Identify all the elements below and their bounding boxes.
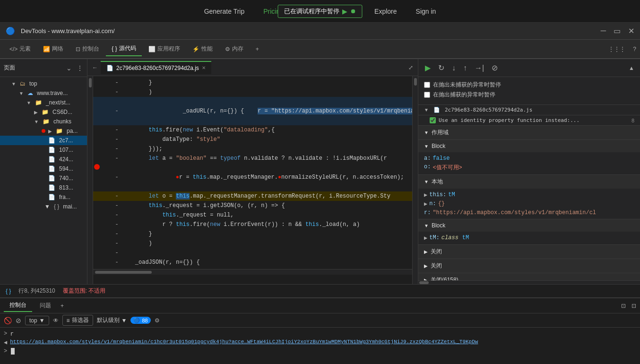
console-settings-btn[interactable]: ⚙ (155, 317, 160, 324)
deactivate-btn[interactable]: ⊘ (491, 62, 499, 73)
nav-signin[interactable]: Sign in (416, 8, 436, 15)
debug-row-tm: ▶ tM: class tM (424, 234, 634, 243)
step-into-btn[interactable]: ↓ (451, 63, 457, 73)
tree-item-chunks[interactable]: ▼ 📁 chunks (0, 117, 87, 126)
file-panel-title: 页面 (4, 64, 63, 72)
console-add-tab[interactable]: + (61, 303, 64, 309)
source-left-scrollbar[interactable] (87, 76, 93, 284)
caught-cb[interactable] (424, 92, 430, 98)
tree-item-pa[interactable]: ▶ 📁 pa... (0, 126, 87, 136)
devtools-help-btn[interactable]: ? (633, 46, 636, 52)
nav-explore[interactable]: Explore (374, 8, 397, 15)
source-tab-active[interactable]: 📄 2c796e83-8260c57697294d2a.js ✕ (101, 61, 211, 74)
line-col-info[interactable]: 行8, 列425310 (18, 287, 55, 295)
minimize-btn[interactable]: ─ (601, 26, 606, 35)
pause-uncaught-checkbox[interactable]: 在抛出未捕获的异常时暂停 (424, 81, 634, 89)
source-tab-filename: 2c796e83-8260c57697294d2a.js (116, 65, 199, 71)
source-right-scrollbar[interactable] (412, 76, 418, 284)
tree-item-594[interactable]: 📄 594... (0, 164, 87, 173)
maximize-btn[interactable]: ▭ (614, 26, 621, 35)
pause-caught-checkbox[interactable]: 在抛出捕获的异常时暂停 (424, 91, 634, 99)
format-btn[interactable]: { } (6, 288, 11, 295)
nav-generate-trip[interactable]: Generate Trip (204, 8, 245, 15)
tree-item-fra[interactable]: 📄 fra... (0, 192, 87, 202)
debug-row-a: a: false (424, 154, 634, 163)
panel-more-btn[interactable]: ⋮ (77, 64, 83, 72)
scope-header[interactable]: ▼ 作用域 (418, 126, 640, 139)
tree-item-740[interactable]: 📄 740... (0, 173, 87, 183)
close3-header[interactable]: ▶ 关闭(6158) (418, 273, 640, 280)
source-content: - } - ) - _oa (87, 76, 418, 284)
expand-source-btn[interactable]: ⤢ (406, 62, 416, 73)
log-level-selector[interactable]: 默认级别 ▼ (97, 316, 127, 324)
debugger-panel: ▶ ↻ ↓ ↑ →| ⊘ ▲ 在抛出未捕获的异常时暂停 在抛出捕获的异常时暂停 … (418, 59, 640, 284)
code-line: - } (93, 229, 412, 239)
folder-icon: 🗂 (20, 80, 26, 87)
console-undock-btn[interactable]: ⊡ (631, 303, 636, 309)
tab-application[interactable]: ⬜ 应用程序 (143, 42, 186, 56)
uncaught-cb[interactable] (424, 82, 430, 88)
tab-elements[interactable]: </> 元素 (4, 42, 36, 56)
tree-item-107[interactable]: 📄 107... (0, 145, 87, 155)
coverage-info[interactable]: 覆盖范围: 不适用 (63, 287, 106, 295)
tab-console[interactable]: ⊡ 控制台 (70, 42, 105, 56)
tab-sources[interactable]: { } 源代码 (106, 42, 141, 56)
tree-item-top[interactable]: ▼ 🗂 top (0, 79, 87, 88)
line-col-text: 行8, 列425310 (18, 287, 55, 295)
horizontal-scrollbar[interactable] (93, 269, 412, 275)
tab-memory[interactable]: ⚙ 内存 (219, 42, 249, 56)
expand-tm[interactable]: ▶ (424, 234, 427, 242)
file-icon: 📄 (48, 156, 55, 163)
tree-item-mai[interactable]: ▼ { } mai... (0, 202, 87, 211)
tab-performance[interactable]: ⚡ 性能 (187, 42, 218, 56)
play-icon[interactable]: ▶ (342, 8, 347, 15)
tab-add[interactable]: + (250, 43, 265, 55)
identity-property-cb[interactable] (430, 117, 436, 123)
close2-header[interactable]: ▶ 关闭 (418, 259, 640, 273)
right-panel-scrollbar[interactable] (418, 280, 640, 284)
console-icon: ⊡ (76, 46, 80, 52)
more-tabs-btn[interactable]: ⋮⋮⋮ (605, 43, 628, 55)
tab-network[interactable]: 📶 网络 (37, 42, 69, 56)
tree-item-next[interactable]: ▼ 📁 _next/st... (0, 98, 87, 107)
step-out-btn[interactable]: ↑ (462, 63, 468, 73)
console-clear-btn[interactable]: 🚫 (4, 317, 12, 324)
local-header[interactable]: ▼ 本地 (418, 175, 640, 189)
close1-header[interactable]: ▶ 关闭 (418, 245, 640, 259)
tree-item-www[interactable]: ▼ ☁ www.trave... (0, 88, 87, 98)
console-stop-btn[interactable]: ⊘ (16, 317, 21, 324)
expand-this[interactable]: ▶ (424, 191, 427, 199)
block-section-2: ▼ Block ▶ tM: class tM (418, 219, 640, 245)
back-btn[interactable]: ← (89, 62, 101, 73)
resume-btn[interactable]: ▶ (424, 62, 432, 73)
console-content: > r ◀ https://api.mapbox.com/styles/v1/m… (0, 328, 640, 359)
block1-header[interactable]: ▼ Block (418, 140, 640, 152)
tree-item-cs6d[interactable]: ▶ 📁 CS6D... (0, 107, 87, 117)
step-over-btn[interactable]: ↻ (437, 62, 445, 73)
tree-item-2c7[interactable]: 📄 2c7... (0, 136, 87, 145)
console-url-link[interactable]: https://api.mapbox.com/styles/v1/mrqbeni… (10, 339, 478, 345)
console-prompt-line: > r (4, 329, 636, 338)
context-selector[interactable]: top ▼ (25, 316, 49, 325)
tree-item-813[interactable]: 📄 813... (0, 183, 87, 192)
breakpoint-filename: 2c796e83-8260c57697294d2a.js (445, 107, 532, 113)
expand-icon: ▼ (11, 81, 16, 87)
block2-header[interactable]: ▼ Block (418, 219, 640, 232)
panel-chevron[interactable]: ⌄ (66, 64, 72, 72)
tree-item-424[interactable]: 📄 424... (0, 155, 87, 164)
filter-btn[interactable]: ≡ 筛选器 (62, 315, 93, 326)
error-badge[interactable]: 🔵 88 (130, 317, 150, 324)
expand-n[interactable]: ▶ (424, 200, 427, 208)
source-tab-close[interactable]: ✕ (202, 65, 206, 70)
record-icon[interactable]: ⏺ (350, 8, 356, 15)
right-panel-scroll-up[interactable]: ▲ (629, 65, 634, 71)
console-tab-issues[interactable]: 问题 (34, 300, 57, 312)
step-btn[interactable]: →| (474, 63, 485, 73)
console-tab-console[interactable]: 控制台 (4, 299, 32, 312)
code-editor[interactable]: - } - ) - _oa (93, 76, 412, 284)
eye-btn[interactable]: 👁 (53, 317, 59, 324)
code-line: - ) (93, 239, 412, 248)
close-btn[interactable]: ✕ (628, 26, 634, 35)
breakpoint-indicator (42, 129, 45, 133)
console-dock-btn[interactable]: ⊡ (621, 303, 626, 309)
